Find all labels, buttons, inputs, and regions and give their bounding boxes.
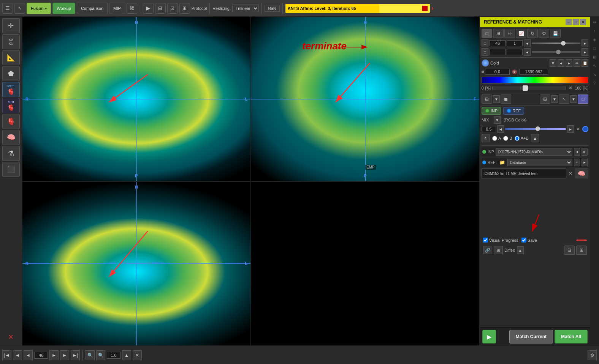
ref-toggle-btn[interactable]: REF xyxy=(503,107,524,115)
comparison-btn[interactable]: Comparison xyxy=(77,3,108,14)
ab-up-btn[interactable]: ▲ xyxy=(531,134,539,142)
zoom-reset-btn[interactable]: ✕ xyxy=(133,350,142,360)
sidebar-measure-btn[interactable]: 📐 xyxy=(2,50,20,65)
panel-icon-grid-btn[interactable]: ⊞ xyxy=(493,29,504,38)
ref-source-fwd-btn[interactable]: ► xyxy=(582,159,588,166)
colormap-right-btn[interactable]: ► xyxy=(566,59,572,67)
cursor2-dropdown-btn[interactable]: ▼ xyxy=(570,95,577,103)
radio-ab[interactable] xyxy=(515,136,520,141)
mix-reset-btn[interactable]: ✕ xyxy=(575,126,581,132)
nav-last-btn[interactable]: ►| xyxy=(71,350,80,360)
panel-minimize-btn[interactable]: − xyxy=(566,19,572,25)
small-square-btn-2[interactable]: □ xyxy=(482,48,488,56)
protocol-icon-btn[interactable]: ⊞ xyxy=(179,3,190,14)
play-btn[interactable]: ▶ xyxy=(143,3,154,14)
panel-icon-cycle-btn[interactable]: ↻ xyxy=(527,29,538,38)
panel-icon-square-btn[interactable]: □ xyxy=(482,29,492,38)
help-icon[interactable]: ? xyxy=(591,79,598,87)
mix-slider-right-btn[interactable]: ► xyxy=(567,125,574,133)
zoom-up-btn[interactable]: ▲ xyxy=(122,350,131,360)
view-options-btn[interactable]: ⊞ xyxy=(482,95,492,104)
sidebar-pet-btn[interactable]: PET 🫀 xyxy=(2,82,20,97)
small-square-btn[interactable]: □ xyxy=(482,39,488,47)
inp-source-select[interactable]: IXI175-HH-1570-IXIMADis xyxy=(496,148,572,156)
slider-track-1[interactable] xyxy=(532,43,580,44)
hamburger-menu-btn[interactable]: ☰ xyxy=(2,3,13,14)
zoom-input[interactable]: 1.0 xyxy=(107,352,120,359)
diffeo-icon-1[interactable]: 🔗 xyxy=(483,246,492,254)
far-right-icon-5[interactable]: ⊞ xyxy=(591,53,598,61)
cursor-btn[interactable]: ↖ xyxy=(14,3,25,14)
far-right-icon-2[interactable]: ↕ xyxy=(591,27,598,35)
colormap-bar[interactable] xyxy=(482,77,588,84)
far-right-icon-4[interactable]: □ xyxy=(591,44,598,52)
radio-b-label[interactable]: B xyxy=(503,136,512,141)
far-right-icon-1[interactable]: ⇔ xyxy=(591,18,598,26)
colormap-down-btn[interactable]: ▼ xyxy=(550,59,556,67)
cycle-icon-btn[interactable]: ↻ xyxy=(482,134,490,142)
mix-dropdown-btn[interactable]: ▼ xyxy=(494,116,501,124)
frame-input[interactable]: 46 xyxy=(34,352,48,359)
sidebar-close-btn[interactable]: ✕ xyxy=(5,330,17,344)
view-dropdown-btn[interactable]: ▼ xyxy=(493,95,500,103)
colormap-left-btn[interactable]: ◄ xyxy=(558,59,564,67)
save-checkbox[interactable] xyxy=(521,238,526,243)
range-reset-btn[interactable]: ✕ xyxy=(567,85,574,91)
mip-btn[interactable]: MIP xyxy=(109,3,125,14)
match-current-btn[interactable]: Match Current xyxy=(509,330,553,344)
diffeo-up-btn[interactable]: ▲ xyxy=(517,246,524,254)
mix-slider-left-btn[interactable]: ◄ xyxy=(497,125,504,133)
panel-close-btn[interactable]: ✕ xyxy=(580,19,586,25)
radio-a[interactable] xyxy=(492,136,497,141)
mix-slider-thumb[interactable] xyxy=(536,126,540,131)
far-right-icon-3[interactable]: ◈ xyxy=(591,36,598,43)
layout-btn[interactable]: ⊟ xyxy=(540,95,550,104)
zoom-in-btn[interactable]: 🔍 xyxy=(96,350,105,360)
mix-value-input[interactable]: 0.5 xyxy=(482,126,496,132)
panel-icon-arrows-btn[interactable]: ⇔ xyxy=(504,29,515,38)
sidebar-layers-btn[interactable]: ⬛ xyxy=(2,162,20,177)
diffeo-icon-2[interactable]: ⊞ xyxy=(494,246,503,254)
sidebar-heart-btn[interactable]: 🫀 xyxy=(2,114,20,129)
colormap-copy-btn[interactable]: 📋 xyxy=(582,59,588,67)
nan-input[interactable] xyxy=(265,5,280,12)
range-slider-container[interactable] xyxy=(492,86,566,90)
save-label[interactable]: Save xyxy=(521,238,537,243)
rect-btn[interactable]: □ xyxy=(578,95,588,104)
nav-prev2-btn[interactable]: ◄ xyxy=(24,350,33,360)
viewport-sagittal[interactable]: H P F EMP xyxy=(251,17,480,181)
overlay-btn[interactable]: ◼ xyxy=(501,95,511,104)
speaker-icon[interactable]: 🔇 xyxy=(511,68,518,76)
fusion-btn[interactable]: Fusion » xyxy=(27,3,51,14)
ref-brain-btn[interactable]: 🧠 xyxy=(575,169,588,178)
slice-value-input[interactable]: 46 xyxy=(490,40,506,46)
min-value-input[interactable]: 0.0 xyxy=(485,69,510,75)
slider-right-btn[interactable]: ► xyxy=(582,39,588,47)
nav-first-btn[interactable]: |◄ xyxy=(2,350,11,360)
inp-source-back-btn[interactable]: ◄ xyxy=(574,148,580,156)
slider2-left-btn[interactable]: ◄ xyxy=(524,48,531,56)
sidebar-k1-btn[interactable]: K2 K1 xyxy=(2,34,20,49)
bottom-settings-btn[interactable]: ⚙ xyxy=(588,350,597,360)
slider-thumb-2[interactable] xyxy=(556,50,561,54)
max-value-input[interactable]: 1339.092 xyxy=(520,69,548,75)
colormap-icon[interactable] xyxy=(482,59,489,67)
slider-left-btn[interactable]: ◄ xyxy=(524,39,531,47)
ref-template-input[interactable] xyxy=(482,169,566,178)
nav-next-btn[interactable]: ► xyxy=(49,350,59,360)
panel-restore-btn[interactable]: □ xyxy=(573,19,579,25)
diffeo-icon-4[interactable]: ⊞ xyxy=(576,246,587,255)
nav-next2-btn[interactable]: ► xyxy=(60,350,69,360)
panel-play-btn[interactable]: ▶ xyxy=(482,330,496,344)
sidebar-region-btn[interactable]: ⬟ xyxy=(2,66,20,81)
cursor2-btn[interactable]: ↖ xyxy=(559,95,569,104)
visual-progress-label[interactable]: Visual Progress xyxy=(483,238,518,243)
value3-input[interactable] xyxy=(490,49,506,55)
layout-dropdown-btn[interactable]: ▼ xyxy=(551,95,558,103)
step-value-input[interactable]: 1 xyxy=(507,40,523,46)
sidebar-mri-btn[interactable]: MRI 🫀 xyxy=(2,98,20,113)
range-slider-thumb[interactable] xyxy=(523,85,528,91)
frame-back-btn[interactable]: ⊟ xyxy=(155,3,166,14)
link-icon-btn[interactable]: ⛓ xyxy=(127,3,137,14)
viewport-coronal[interactable]: R L H xyxy=(22,181,251,346)
